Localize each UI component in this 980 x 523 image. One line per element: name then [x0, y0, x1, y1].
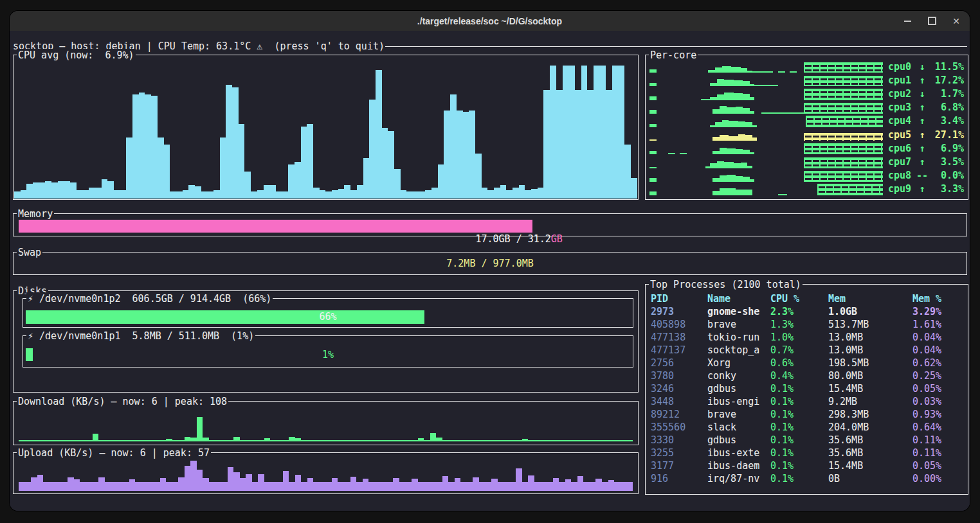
chart-bar — [418, 438, 424, 441]
close-icon: ✕ — [952, 16, 960, 26]
disk-icon: ⚡ — [28, 330, 33, 342]
memory-bar-label: 17.0GB / 31.2GB — [19, 220, 961, 233]
process-row[interactable]: 3448ibus-engi0.1%9.2MB0.03% — [651, 395, 963, 408]
process-row[interactable]: 3330gdbus0.1%35.6MB0.11% — [651, 434, 963, 447]
process-cell: 3330 — [651, 434, 707, 447]
chart-bar — [283, 440, 289, 441]
chart-bar — [344, 440, 350, 441]
chart-bar — [62, 482, 68, 491]
chart-bar — [64, 181, 71, 199]
chart-bar — [436, 482, 442, 491]
chart-bar — [21, 190, 27, 199]
process-cell: 0.04% — [912, 331, 963, 344]
sparkline-segment — [804, 143, 883, 154]
chart-bar — [277, 482, 283, 491]
chart-bar — [301, 440, 307, 441]
process-row[interactable]: 2973gnome-she2.3%1.0GB3.29% — [651, 305, 963, 318]
memory-bar: 17.0GB / 31.2GB — [19, 220, 961, 233]
process-row[interactable]: 2756Xorg0.6%198.5MB0.62% — [651, 357, 963, 369]
chart-bar — [619, 66, 625, 199]
upload-title: Upload (KB/s) — now: 6 | peak: 57 — [17, 447, 211, 459]
process-cell: 0.04% — [912, 344, 963, 357]
process-cell: 3246 — [651, 382, 707, 395]
chart-bar — [195, 186, 201, 199]
window-title: ./target/release/soc ~/D/G/socktop — [417, 16, 562, 26]
chart-bar — [55, 440, 62, 441]
chart-bar — [405, 482, 412, 491]
chart-bar — [460, 482, 467, 491]
process-cell: 3780 — [651, 369, 707, 382]
chart-bar — [436, 438, 442, 441]
process-cell: 0.25% — [912, 369, 963, 382]
chart-bar — [510, 440, 516, 441]
process-row[interactable]: 355560slack0.1%204.0MB0.64% — [651, 421, 963, 434]
app-header: socktop — host: debian | CPU Temp: 63.1°… — [13, 40, 967, 53]
process-cell: 0.1% — [770, 382, 828, 395]
process-row[interactable]: 3246gdbus0.1%15.4MB0.05% — [651, 382, 963, 395]
chart-bar — [388, 131, 394, 199]
close-button[interactable]: ✕ — [952, 17, 961, 26]
disk-icon: ⚡ — [28, 293, 33, 305]
terminal-content[interactable]: socktop — host: debian | CPU Temp: 63.1°… — [10, 31, 970, 511]
chart-bar — [356, 440, 363, 441]
process-cell: 13.0MB — [828, 331, 912, 344]
chart-bar — [581, 66, 588, 199]
sparkline-segment — [708, 70, 715, 73]
cpu-core-label: cpu4↑3.4% — [888, 114, 964, 128]
sparkline-segment — [747, 71, 752, 73]
chart-bar — [188, 185, 195, 199]
cpu-core-label: cpu1↑17.2% — [888, 73, 964, 87]
chart-bar — [37, 475, 44, 491]
chart-bar — [197, 417, 203, 441]
chart-bar — [606, 90, 612, 199]
chart-bar — [338, 482, 344, 491]
chart-bar — [571, 482, 577, 491]
minimize-button[interactable] — [903, 17, 912, 26]
chart-bar — [550, 66, 556, 199]
chart-bar — [68, 477, 74, 491]
chart-bar — [185, 466, 191, 491]
process-row[interactable]: 3780conky0.4%80.0MB0.25% — [651, 369, 963, 382]
process-row[interactable]: 405898brave1.3%513.7MB1.61% — [651, 318, 963, 331]
chart-bar — [301, 127, 307, 199]
process-row[interactable]: 3177ibus-daem0.1%15.4MB0.05% — [651, 459, 963, 472]
chart-bar — [431, 188, 438, 199]
chart-bar — [413, 191, 419, 199]
process-row[interactable]: 477137socktop_a0.7%13.0MB0.04% — [651, 344, 963, 357]
process-cell: brave — [707, 318, 770, 331]
process-row[interactable]: 916irq/87-nv0.1%0B0.00% — [651, 472, 963, 485]
chart-bar — [43, 440, 50, 441]
chart-bar — [170, 191, 176, 199]
process-cell: gnome-she — [707, 305, 770, 318]
cpu-avg-title: CPU avg (now: 6.9%) — [17, 49, 136, 62]
chart-bar — [126, 137, 132, 199]
chart-bar — [154, 482, 160, 491]
sparkline-segment — [804, 89, 883, 100]
process-cell: 0.1% — [770, 459, 828, 472]
sparkline-segment — [804, 171, 883, 182]
chart-bar — [368, 482, 375, 491]
chart-bar — [513, 188, 519, 199]
chart-bar — [282, 191, 289, 199]
chart-bar — [438, 164, 444, 199]
col-memp: Mem % — [912, 292, 963, 305]
chart-bar — [239, 124, 245, 199]
chart-bar — [363, 440, 369, 441]
chart-bar — [467, 440, 473, 441]
chart-bar — [350, 477, 357, 491]
sparkline-segment — [668, 153, 675, 154]
percore-row: cpu0↓11.5% — [649, 60, 964, 73]
maximize-button[interactable] — [927, 17, 936, 26]
process-cell: brave — [707, 408, 770, 421]
chart-bar — [232, 87, 239, 199]
chart-bar — [419, 191, 426, 199]
sparkline-segment — [720, 135, 729, 141]
process-row[interactable]: 3255ibus-exte0.1%35.6MB0.11% — [651, 447, 963, 459]
process-row[interactable]: 89212brave0.1%298.3MB0.93% — [651, 408, 963, 421]
sparkline-segment — [720, 148, 727, 155]
process-cell: 477137 — [651, 344, 707, 357]
chart-bar — [270, 482, 277, 491]
disk-bar-label: 66% — [26, 310, 630, 324]
chart-bar — [621, 482, 627, 491]
process-row[interactable]: 477138tokio-run1.0%13.0MB0.04% — [651, 331, 963, 344]
